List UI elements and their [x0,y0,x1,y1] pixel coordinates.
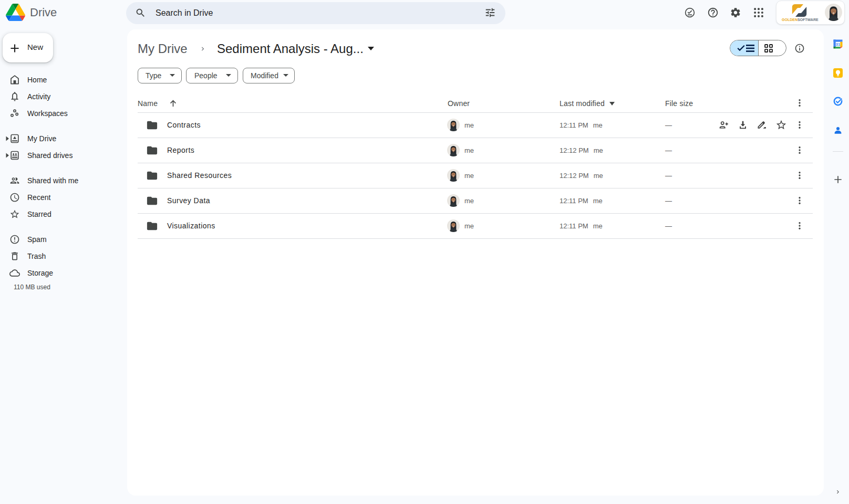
svg-text:31: 31 [836,42,841,47]
